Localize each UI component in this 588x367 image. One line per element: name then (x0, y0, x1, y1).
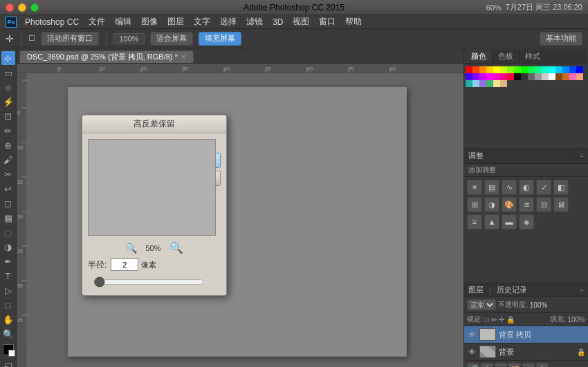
hand-tool[interactable]: ✋ (1, 312, 15, 326)
add-mask-btn[interactable]: ◻ (495, 363, 507, 367)
color-swatch[interactable] (500, 73, 507, 80)
eyedropper-tool[interactable]: ✏ (1, 124, 15, 138)
menu-edit[interactable]: 编辑 (111, 15, 136, 29)
color-swatch[interactable] (472, 66, 479, 73)
document-tab-active[interactable]: DSC_3690.psd @ 25% (背景 拷贝, RGB/8) * ✕ (19, 50, 194, 63)
color-swatch[interactable] (493, 80, 500, 87)
lock-transparent-icon[interactable]: □ (485, 316, 489, 323)
color-swatch[interactable] (521, 73, 528, 80)
app-logo[interactable]: Ps (6, 17, 17, 28)
adj-check[interactable]: ✓ (536, 180, 551, 195)
menu-help[interactable]: 帮助 (341, 15, 366, 29)
color-swatch[interactable] (486, 73, 493, 80)
menu-type[interactable]: 文字 (190, 15, 214, 29)
color-swatch[interactable] (528, 73, 535, 80)
layer-visibility-bg[interactable]: 👁 (467, 347, 477, 357)
new-layer-btn[interactable]: + (522, 363, 535, 367)
color-swatch[interactable] (507, 66, 514, 73)
color-swatch[interactable] (535, 66, 542, 73)
close-tab-icon[interactable]: ✕ (181, 53, 186, 61)
tab-swatches[interactable]: 色板 (493, 50, 520, 63)
color-swatch[interactable] (514, 66, 521, 73)
link-layers-btn[interactable]: 🔗 (467, 363, 479, 367)
layer-item-copy[interactable]: 👁 背景 拷贝 (464, 326, 588, 344)
history-brush-tool[interactable]: ↩ (1, 182, 15, 196)
color-swatch[interactable] (479, 80, 486, 87)
color-swatch[interactable] (479, 66, 486, 73)
dodge-tool[interactable]: ◑ (1, 240, 15, 254)
color-swatch[interactable] (486, 80, 493, 87)
color-swatch[interactable] (542, 66, 549, 73)
color-swatch[interactable] (507, 73, 514, 80)
color-swatch[interactable] (535, 73, 542, 80)
menu-select[interactable]: 选择 (216, 15, 241, 29)
fit-screen-btn[interactable]: 适合屏幕 (150, 32, 193, 46)
eraser-tool[interactable]: ◻ (1, 196, 15, 210)
lock-brush-icon[interactable]: ✏ (491, 316, 497, 323)
close-button[interactable] (6, 3, 14, 12)
lasso-tool[interactable]: ⌾ (1, 80, 15, 94)
delete-layer-btn[interactable]: 🗑 (536, 363, 549, 367)
lock-move-icon[interactable]: ✛ (499, 316, 504, 323)
blur-tool[interactable]: ◌ (1, 225, 15, 239)
adj-threshold[interactable]: ▲ (484, 214, 499, 229)
color-swatch[interactable] (479, 73, 486, 80)
lock-all-icon[interactable]: 🔒 (506, 316, 515, 323)
maximize-button[interactable] (30, 3, 39, 12)
radius-input[interactable] (111, 258, 138, 271)
color-swatch[interactable] (562, 66, 569, 73)
zoom-in-icon[interactable]: 🔍 (169, 241, 183, 254)
spot-heal-tool[interactable]: ⊕ (1, 138, 15, 152)
color-swatch[interactable] (466, 73, 472, 80)
color-swatch[interactable] (472, 80, 479, 87)
move-tool[interactable]: ⊹ (1, 51, 15, 65)
brush-tool[interactable]: 🖌 (1, 153, 15, 167)
color-swatch[interactable] (521, 66, 528, 73)
color-swatch[interactable] (555, 66, 562, 73)
fill-screen-btn[interactable]: 填充屏幕 (199, 32, 241, 46)
all-windows-btn[interactable]: 活动所有窗口 (41, 32, 99, 46)
radius-slider[interactable] (93, 276, 204, 288)
adj-channel-mixer[interactable]: ≋ (519, 197, 534, 212)
tab-color[interactable]: 颜色 (466, 50, 493, 63)
color-swatch[interactable] (466, 80, 472, 87)
adj-bw[interactable]: ◑ (484, 197, 499, 212)
menu-file[interactable]: 文件 (84, 15, 109, 29)
workspace-btn[interactable]: 基本功能 (540, 32, 582, 46)
blend-mode-select[interactable]: 正常 (467, 299, 496, 310)
color-swatch[interactable] (500, 66, 507, 73)
menu-3d[interactable]: 3D (268, 16, 287, 28)
color-swatch[interactable] (514, 73, 521, 80)
clone-stamp-tool[interactable]: ✂ (1, 167, 15, 181)
menu-image[interactable]: 图像 (137, 15, 162, 29)
color-swatch[interactable] (493, 73, 500, 80)
adj-levels[interactable]: ▤ (484, 180, 499, 195)
adj-photo-filter[interactable]: 🎨 (502, 197, 517, 212)
minimize-button[interactable] (18, 3, 26, 12)
adj-color-lookup[interactable]: ⊟ (536, 197, 551, 212)
new-group-btn[interactable]: 📁 (508, 363, 521, 367)
adj-invert[interactable]: ⊠ (553, 197, 569, 212)
adj-gradient-map[interactable]: ▬ (502, 214, 517, 229)
adj-selective-color[interactable]: ◈ (519, 214, 534, 229)
color-swatch[interactable] (493, 66, 500, 73)
adj-posterize[interactable]: ≡ (467, 214, 482, 229)
adj-exposure[interactable]: ◐ (519, 180, 534, 195)
layer-visibility-copy[interactable]: 👁 (467, 330, 477, 339)
color-swatch[interactable] (555, 73, 562, 80)
selection-tool[interactable]: ▭ (1, 66, 15, 79)
color-swatch[interactable] (486, 66, 493, 73)
gradient-tool[interactable]: ▦ (1, 211, 15, 225)
menu-layer[interactable]: 图层 (163, 15, 188, 29)
shape-tool[interactable]: □ (1, 298, 15, 312)
color-swatch[interactable] (569, 73, 576, 80)
foreground-bg-tool[interactable]: ◱ (1, 359, 15, 367)
zoom-tool[interactable]: 🔍 (1, 327, 15, 341)
layer-item-bg[interactable]: 👁 背景 🔒 (464, 344, 588, 361)
color-swatch[interactable] (549, 73, 555, 80)
adj-color-balance[interactable]: ⊞ (467, 197, 482, 212)
add-style-btn[interactable]: ƒ (481, 363, 493, 367)
adj-curves[interactable]: ∿ (502, 180, 517, 195)
color-swatch[interactable] (528, 66, 535, 73)
adj-brightness[interactable]: ☀ (467, 180, 482, 195)
